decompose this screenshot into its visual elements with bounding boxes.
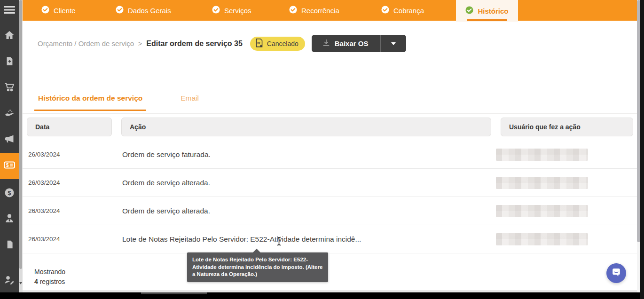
sidebar-scrollbar-thumb[interactable]: [19, 0, 22, 269]
cart-icon: [4, 81, 15, 93]
content-tabs: Histórico da ordem de serviço Email: [34, 91, 203, 111]
billing-icon: $: [3, 159, 16, 173]
menu-toggle-button[interactable]: [0, 2, 19, 18]
step-recorrencia[interactable]: Recorrência: [289, 0, 339, 21]
check-circle-icon: [116, 6, 124, 15]
row-date: 26/03/2024: [28, 207, 122, 214]
column-header-data[interactable]: Data: [27, 118, 112, 136]
redacted-user-name: [496, 149, 588, 161]
breadcrumb: Orçamento / Ordem de serviço > Editar or…: [38, 39, 243, 48]
sidebar-item-sales-cart[interactable]: [0, 79, 19, 95]
page-scrollbar[interactable]: [637, 0, 640, 292]
table-row[interactable]: 26/03/2024 Ordem de serviço alterada.: [23, 169, 637, 197]
breadcrumb-parent-link[interactable]: Orçamento / Ordem de serviço: [38, 39, 134, 47]
column-header-acao[interactable]: Ação: [121, 118, 491, 136]
table-row[interactable]: 26/03/2024 Lote de Notas Rejeitado Pelo …: [23, 225, 637, 253]
sidebar-item-documents[interactable]: [0, 236, 19, 252]
status-badge-label: Cancelado: [267, 40, 298, 47]
sidebar-item-marketing[interactable]: [0, 131, 19, 147]
hand-coins-icon: [4, 107, 15, 118]
row-action: Ordem de serviço alterada.: [122, 179, 496, 187]
download-options-dropdown[interactable]: [381, 35, 406, 52]
sidebar-item-services[interactable]: [0, 105, 19, 121]
home-icon: [4, 30, 15, 41]
sidebar-item-finance[interactable]: $: [0, 185, 19, 201]
step-label: Cobrança: [393, 7, 424, 15]
step-label: Cliente: [54, 7, 76, 15]
table-row[interactable]: 26/03/2024 Ordem de serviço alterada.: [23, 197, 637, 225]
user-edit-icon: [3, 274, 16, 286]
step-label: Recorrência: [301, 7, 339, 15]
menu-icon: [3, 5, 16, 15]
chat-launcher-button[interactable]: [606, 263, 626, 283]
download-os-split-button: Baixar OS: [312, 35, 407, 52]
scrollbar-down-arrow-icon[interactable]: [19, 282, 22, 286]
step-label: Histórico: [478, 7, 508, 15]
row-action[interactable]: Lote de Notas Rejeitado Pelo Servidor: E…: [122, 235, 496, 244]
svg-text:NF: NF: [257, 41, 261, 44]
page-header: Orçamento / Ordem de serviço > Editar or…: [38, 35, 406, 52]
records-label: registros: [40, 278, 65, 285]
history-table: 26/03/2024 Ordem de serviço faturada. 26…: [23, 141, 637, 253]
redacted-user-name: [496, 177, 588, 189]
check-circle-green-icon: [465, 6, 473, 16]
row-user: [496, 149, 637, 161]
row-action: Ordem de serviço alterada.: [122, 207, 496, 215]
horizontal-scrollbar-thumb[interactable]: [141, 292, 207, 294]
step-cliente[interactable]: Cliente: [41, 0, 76, 21]
active-step-underline: [467, 19, 507, 21]
file-plus-icon: [4, 55, 15, 67]
window-frame-bottom: [0, 292, 644, 299]
column-header-usuario[interactable]: Usuário que fez a ação: [501, 118, 633, 136]
status-badge: NF Cancelado: [250, 37, 305, 51]
redacted-user-name: [496, 233, 588, 245]
download-os-label: Baixar OS: [335, 39, 369, 47]
chevron-down-icon: [391, 42, 396, 47]
step-cobranca[interactable]: Cobrança: [381, 0, 424, 21]
row-date: 26/03/2024: [28, 236, 122, 243]
records-count-value: 4: [34, 278, 38, 285]
download-icon: [322, 39, 330, 48]
step-servicos[interactable]: Serviços: [212, 0, 251, 21]
svg-text:$: $: [6, 163, 9, 168]
wizard-steps-bar: Cliente Dados Gerais Serviços Recorrênci…: [23, 0, 637, 21]
row-user: [496, 233, 637, 245]
sidebar-scrollbar[interactable]: [19, 0, 23, 292]
sidebar: $ $: [0, 0, 19, 292]
table-row[interactable]: 26/03/2024 Ordem de serviço faturada.: [23, 141, 637, 169]
sidebar-item-clients[interactable]: [0, 210, 19, 226]
step-label: Serviços: [224, 7, 251, 15]
tooltip: Lote de Notas Rejeitado Pelo Servidor: E…: [187, 252, 328, 282]
sidebar-item-new-document[interactable]: [0, 53, 19, 69]
sidebar-item-home[interactable]: [0, 27, 19, 43]
check-circle-icon: [212, 6, 220, 15]
document-icon: [5, 239, 15, 250]
table-header: Data Ação Usuário que fez a ação: [27, 118, 633, 136]
row-user: [496, 205, 637, 217]
app-window: $ $ Cliente Dados Gerais: [0, 0, 644, 299]
chat-bubble-icon: [611, 267, 621, 279]
records-count: Mostrando 4 registros: [34, 267, 65, 287]
step-dados-gerais[interactable]: Dados Gerais: [116, 0, 171, 21]
check-circle-icon: [41, 6, 49, 15]
tab-historico-os[interactable]: Histórico da ordem de serviço: [34, 91, 146, 111]
tooltip-text: Lote de Notas Rejeitado Pelo Servidor: E…: [192, 257, 322, 277]
download-os-button[interactable]: Baixar OS: [312, 39, 381, 48]
megaphone-icon: [4, 133, 15, 144]
row-date: 26/03/2024: [28, 151, 122, 158]
svg-text:$: $: [8, 190, 11, 197]
dollar-circle-icon: $: [4, 187, 15, 198]
step-label: Dados Gerais: [128, 7, 171, 15]
page-scrollbar-thumb[interactable]: [637, 0, 640, 242]
check-circle-icon: [289, 6, 297, 15]
step-historico-active[interactable]: Histórico: [456, 0, 518, 22]
nf-cancelled-icon: NF: [255, 38, 264, 49]
sidebar-item-user-edit[interactable]: [0, 272, 19, 288]
row-action: Ordem de serviço faturada.: [122, 150, 496, 159]
tab-email[interactable]: Email: [177, 91, 203, 111]
showing-label: Mostrando: [34, 267, 65, 277]
text-cursor: [276, 236, 282, 248]
sidebar-item-billing-active[interactable]: $: [0, 153, 19, 179]
page-title: Editar ordem de serviço 35: [146, 39, 243, 48]
window-frame-right: [640, 0, 644, 299]
